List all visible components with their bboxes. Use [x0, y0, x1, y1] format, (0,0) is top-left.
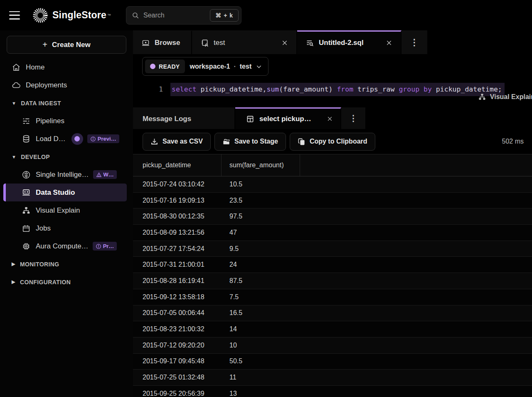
table-row[interactable]: 2015-07-16 19:09:1323.5	[133, 193, 532, 209]
table-row[interactable]: 2015-07-25 01:32:4811	[133, 370, 532, 386]
sidebar-section-monitoring[interactable]: ▶ MONITORING	[0, 255, 133, 273]
cell-pickup-datetime: 2015-07-12 09:20:20	[133, 337, 222, 353]
tab-test[interactable]: test	[192, 30, 297, 54]
sidebar-item-home[interactable]: Home	[0, 58, 133, 76]
column-header-sum-fare-amount[interactable]: sum(fare_amount)	[222, 154, 300, 176]
sidebar-section-configuration[interactable]: ▶ CONFIGURATION	[0, 273, 133, 291]
sidebar-section-data-ingest[interactable]: ▼ DATA INGEST	[0, 94, 133, 112]
sidebar-item-visual-explain[interactable]: Visual Explain	[0, 201, 133, 219]
save-to-stage-button[interactable]: Save to Stage	[214, 133, 286, 151]
code-token: pickup_datetime;	[432, 85, 502, 93]
cell-pickup-datetime: 2015-08-23 21:00:32	[133, 321, 222, 337]
status-dot-icon	[150, 64, 155, 69]
cell-pickup-datetime: 2015-09-17 09:45:48	[133, 354, 222, 370]
browse-icon	[141, 39, 150, 47]
pipelines-icon	[22, 117, 31, 126]
search-shortcut-hint: ⌘ + k	[210, 9, 239, 22]
visual-explain-label: Visual Explain	[490, 93, 532, 101]
copy-to-clipboard-button[interactable]: Copy to Clipboard	[290, 133, 375, 151]
search-input[interactable]: Search ⌘ + k	[126, 6, 241, 25]
sidebar-item-load-data[interactable]: Load D… Previ…	[0, 130, 133, 148]
info-icon	[96, 243, 101, 249]
sidebar-item-pipelines[interactable]: Pipelines	[0, 112, 133, 130]
cell-sum-fare-amount: 11	[222, 370, 300, 385]
table-row[interactable]: 2015-08-09 13:21:5647	[133, 225, 532, 241]
download-icon	[150, 138, 158, 146]
code-token: (fare_amount)	[279, 85, 337, 93]
hamburger-menu-icon[interactable]	[9, 11, 20, 20]
sidebar-item-aura-compute[interactable]: Aura Compute… Pr…	[0, 237, 133, 255]
code-token: sum	[267, 85, 279, 93]
cell-sum-fare-amount: 24	[222, 257, 300, 273]
close-icon[interactable]	[327, 116, 333, 122]
hierarchy-icon	[22, 206, 31, 215]
sidebar-item-jobs[interactable]: Jobs	[0, 219, 133, 237]
cell-sum-fare-amount: 10.5	[222, 176, 300, 192]
table-row[interactable]: 2015-08-30 00:12:3597.5	[133, 208, 532, 225]
table-row[interactable]: 2015-09-12 13:58:187.5	[133, 289, 532, 305]
results-overflow-menu[interactable]: ⋮	[341, 107, 365, 129]
sidebar-item-single-intelligence[interactable]: Single Intellige… W…	[0, 166, 133, 184]
section-label: DATA INGEST	[21, 100, 61, 107]
tab-message-logs[interactable]: Message Logs	[133, 107, 235, 129]
sidebar-item-label: Load D…	[36, 135, 66, 143]
table-body: 2015-07-24 03:10:4210.52015-07-16 19:09:…	[133, 176, 532, 397]
chevron-down-icon	[256, 63, 262, 70]
close-icon[interactable]	[386, 40, 392, 46]
code-token: pickup_datetime,	[197, 85, 267, 93]
sidebar-item-data-studio[interactable]: Data Studio	[3, 184, 127, 201]
create-new-button[interactable]: + Create New	[7, 36, 126, 54]
preview-toggle[interactable]	[71, 133, 83, 145]
save-as-csv-button[interactable]: Save as CSV	[143, 133, 211, 151]
table-row[interactable]: 2015-08-23 21:00:3214	[133, 321, 532, 337]
cell-sum-fare-amount: 87.5	[222, 273, 300, 289]
table-row[interactable]: 2015-07-12 09:20:2010	[133, 337, 532, 354]
tab-result-select-pickup[interactable]: select pickup…	[235, 107, 341, 129]
table-row[interactable]: 2015-07-24 03:10:4210.5	[133, 176, 532, 193]
badge-label: Pr…	[103, 243, 114, 249]
code-token: select	[172, 85, 197, 93]
results-table: pickup_datetime sum(fare_amount) 2015-07…	[133, 154, 532, 397]
column-header-pickup-datetime[interactable]: pickup_datetime	[133, 154, 222, 176]
button-label: Save as CSV	[163, 138, 203, 145]
code-token: group	[399, 85, 419, 93]
tab-label: Untitled-2.sql	[319, 39, 364, 47]
tabbar-spacer	[427, 30, 532, 54]
cell-pickup-datetime: 2015-07-16 19:09:13	[133, 193, 222, 208]
tab-overflow-menu[interactable]: ⋮	[401, 30, 427, 54]
sql-editor[interactable]: 1 select pickup_datetime,sum(fare_amount…	[133, 79, 532, 107]
cell-pickup-datetime: 2015-07-24 03:10:42	[133, 176, 222, 192]
cell-pickup-datetime: 2015-07-31 21:00:01	[133, 257, 222, 273]
home-icon	[12, 63, 21, 72]
cell-sum-fare-amount: 16.5	[222, 305, 300, 321]
connection-selector[interactable]: READY workspace-1 · test	[142, 57, 268, 76]
sidebar-item-label: Single Intellige…	[36, 171, 89, 179]
table-row[interactable]: 2015-09-25 20:56:3913	[133, 386, 532, 397]
singlestore-logo[interactable]: SingleStore ™	[32, 7, 111, 23]
sidebar-item-deployments[interactable]: Deployments	[0, 76, 133, 94]
table-row[interactable]: 2015-07-31 21:00:0124	[133, 257, 532, 273]
cell-pickup-datetime: 2015-08-09 13:21:56	[133, 225, 222, 241]
tab-untitled-2-sql[interactable]: Untitled-2.sql	[297, 30, 401, 54]
search-icon	[132, 12, 139, 19]
preview-badge: Previ…	[87, 134, 119, 143]
sidebar-item-label: Home	[26, 63, 44, 72]
table-row[interactable]: 2015-07-05 00:06:4416.5	[133, 305, 532, 322]
tab-label: Browse	[155, 39, 180, 47]
code-line[interactable]: select pickup_datetime,sum(fare_amount) …	[170, 83, 505, 96]
table-row[interactable]: 2015-09-17 09:45:4850.5	[133, 354, 532, 370]
results-tab-bar: Message Logs select pickup… ⋮	[133, 107, 532, 129]
tab-browse[interactable]: Browse	[133, 30, 192, 54]
close-icon[interactable]	[281, 40, 288, 46]
connection-bar: READY workspace-1 · test	[133, 54, 532, 79]
section-label: DEVELOP	[21, 154, 50, 160]
table-icon	[246, 115, 254, 123]
table-row[interactable]: 2015-07-27 17:54:249.5	[133, 241, 532, 257]
search-placeholder: Search	[143, 12, 210, 19]
table-header-row: pickup_datetime sum(fare_amount)	[133, 154, 532, 176]
chevron-right-icon: ▶	[12, 279, 15, 285]
laptop-code-icon	[22, 188, 31, 197]
table-row[interactable]: 2015-08-28 16:19:4187.5	[133, 273, 532, 289]
visual-explain-link[interactable]: Visual Explain	[478, 93, 532, 101]
sidebar-section-develop[interactable]: ▼ DEVELOP	[0, 148, 133, 166]
